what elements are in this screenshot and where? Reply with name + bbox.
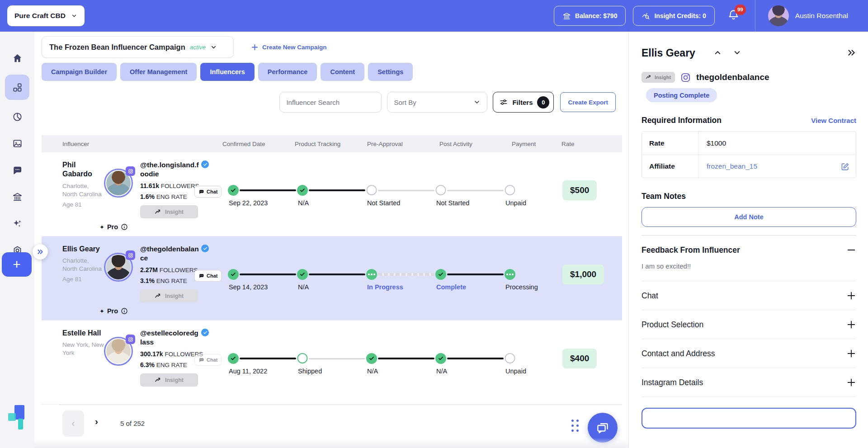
section-contact-address[interactable]: Contact and Address (642, 339, 856, 368)
tab-campaign-builder[interactable]: Campaign Builder (42, 63, 117, 81)
tab-offer-management[interactable]: Offer Management (120, 63, 197, 81)
chat-button[interactable]: Chat (194, 354, 222, 366)
add-note-button[interactable]: Add Note (642, 207, 856, 227)
user-avatar[interactable] (768, 5, 789, 26)
verified-icon (201, 329, 209, 336)
collapse-panel-button[interactable] (847, 48, 856, 59)
pro-badge: ✦Pro (99, 223, 128, 231)
sidebar-item-content[interactable] (6, 133, 28, 153)
tab-settings[interactable]: Settings (368, 63, 413, 81)
chevron-down-icon (210, 44, 217, 51)
section-chat[interactable]: Chat (642, 281, 856, 310)
insight-button[interactable]: Insight (140, 373, 198, 387)
expand-section-button[interactable] (846, 377, 856, 387)
double-chevron-right-icon (847, 48, 856, 57)
expand-section-button[interactable] (846, 291, 856, 301)
expand-section-button[interactable] (846, 349, 856, 358)
next-influencer-button[interactable] (733, 48, 741, 58)
influencer-handle[interactable]: @thegoldenbalance (140, 245, 199, 263)
view-contract-link[interactable]: View Contract (811, 117, 856, 124)
chevron-down-icon (71, 13, 77, 19)
sidebar-item-messages[interactable] (6, 160, 28, 180)
plus-icon (846, 349, 856, 358)
step-label: In Progress (367, 283, 403, 291)
sidebar: + (0, 32, 34, 448)
rate-chip: $1,000 (562, 264, 604, 284)
panel-bottom-button[interactable] (642, 408, 856, 429)
influencer-search[interactable] (279, 92, 382, 113)
filters-button[interactable]: Filters 0 (493, 92, 554, 113)
edit-affiliate-button[interactable] (841, 162, 849, 171)
insight-credits-button[interactable]: Insight Credits: 0 (633, 6, 714, 26)
table-row[interactable]: Estelle Hall New York, New York @estelle… (42, 321, 622, 405)
affiliate-value[interactable]: frozen_bean_15 (698, 162, 856, 171)
campaign-selector[interactable]: The Frozen Bean Influencer Campaign acti… (42, 36, 234, 58)
home-icon (12, 53, 23, 63)
status-badge: Posting Complete (646, 88, 717, 102)
step-label: Not Started (367, 199, 400, 207)
support-chat-button[interactable] (588, 413, 618, 443)
sidebar-item-payments[interactable] (6, 187, 28, 207)
brand-selector[interactable]: Pure Craft CBD (7, 5, 85, 26)
rate-chip: $500 (562, 180, 597, 200)
column-header: Post Activity (439, 141, 472, 147)
minus-icon (846, 245, 856, 255)
info-icon[interactable] (121, 223, 128, 231)
step-processing-icon (505, 269, 515, 280)
chat-bubble-icon (198, 189, 204, 195)
influencer-avatar[interactable] (104, 337, 133, 366)
table-row[interactable]: Phil Gabardo Charlotte, North Carolina A… (42, 152, 622, 236)
balance-button[interactable]: Balance: $790 (554, 6, 626, 26)
expand-sidebar-button[interactable] (33, 244, 48, 259)
status-timeline: Sep 22, 2023 N/A Not Started Not Started… (229, 152, 527, 236)
table-toolbar: Sort By Filters 0 Create Export (42, 92, 622, 113)
sidebar-item-reports[interactable] (6, 107, 28, 127)
chevron-down-icon (733, 48, 741, 57)
pagination: ‹ › 5 of 252 (59, 405, 622, 448)
topbar-divider (755, 0, 755, 32)
section-instagram-details[interactable]: Instagram Details (642, 368, 856, 397)
next-page-button[interactable]: › (95, 416, 98, 427)
sort-by-dropdown[interactable]: Sort By (387, 92, 487, 113)
sidebar-item-home[interactable] (6, 48, 28, 68)
drag-handle[interactable] (571, 420, 579, 432)
influencer-name: Phil Gabardo (62, 160, 104, 179)
insight-chip-button[interactable]: Insight (642, 72, 675, 83)
table-row[interactable]: Ellis Geary Charlotte, North Carolina Ag… (42, 236, 622, 321)
influencer-handle[interactable]: @the.longisland.foodie (140, 160, 199, 179)
feedback-section-header[interactable]: Feedback From Influencer (642, 236, 856, 261)
collapse-section-button[interactable] (846, 245, 856, 255)
chat-button[interactable]: Chat (194, 270, 222, 282)
column-header: Product Tracking (295, 141, 340, 147)
column-header: Pre-Approval (367, 141, 403, 147)
sort-by-label: Sort By (394, 99, 416, 106)
info-icon[interactable] (121, 307, 128, 315)
team-notes-title: Team Notes (642, 192, 856, 201)
expand-section-button[interactable] (846, 320, 856, 330)
influencer-handle[interactable]: @estellecoloredglass (140, 329, 199, 347)
add-new-button[interactable]: + (2, 252, 32, 277)
create-export-button[interactable]: Create Export (560, 92, 616, 112)
insight-button[interactable]: Insight (140, 289, 198, 302)
tab-content[interactable]: Content (321, 63, 364, 81)
step-pending-icon (436, 185, 446, 195)
notifications-button[interactable]: 99 (727, 9, 740, 23)
panel-influencer-handle[interactable]: thegoldenbalance (696, 72, 769, 82)
influencer-avatar[interactable] (104, 169, 133, 198)
instagram-badge-icon (126, 335, 135, 344)
step-check-icon (297, 269, 308, 280)
create-new-campaign-button[interactable]: Create New Campaign (251, 43, 327, 51)
search-input[interactable] (286, 99, 376, 106)
previous-page-button[interactable]: ‹ (62, 410, 84, 437)
previous-influencer-button[interactable] (713, 48, 722, 58)
step-pending-icon (505, 185, 515, 195)
tab-performance[interactable]: Performance (258, 63, 317, 81)
insight-button[interactable]: Insight (140, 205, 198, 218)
section-product-selection[interactable]: Product Selection (642, 310, 856, 339)
sidebar-item-ai-tools[interactable] (6, 213, 28, 233)
influencer-avatar[interactable] (104, 253, 133, 282)
column-header: Confirmed Date (222, 141, 265, 147)
sidebar-item-campaigns[interactable] (5, 75, 29, 100)
tab-influencers[interactable]: Influencers (200, 63, 254, 81)
chat-button[interactable]: Chat (194, 186, 222, 198)
